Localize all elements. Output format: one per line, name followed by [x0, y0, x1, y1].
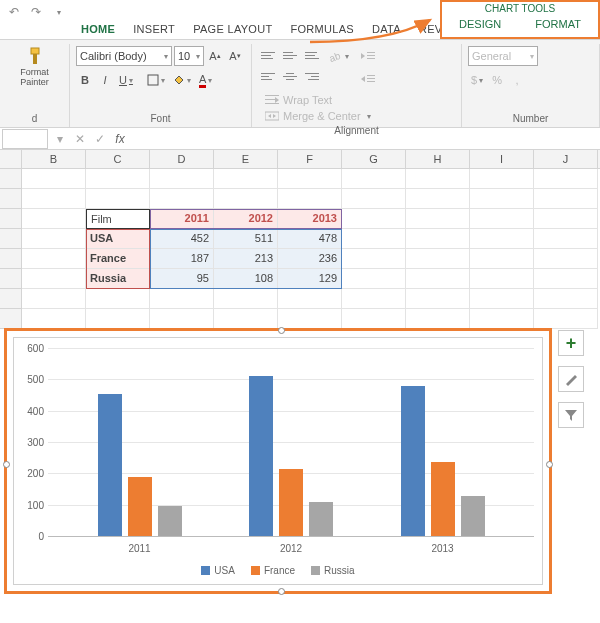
align-middle-button[interactable]: [280, 46, 300, 64]
bar-usa[interactable]: [98, 394, 122, 536]
cell[interactable]: [470, 229, 534, 249]
bold-button[interactable]: B: [76, 70, 94, 90]
cell[interactable]: [22, 269, 86, 289]
cell[interactable]: [342, 289, 406, 309]
cell[interactable]: [534, 289, 598, 309]
cell[interactable]: [406, 309, 470, 329]
cell[interactable]: [406, 289, 470, 309]
bar-usa[interactable]: [401, 386, 425, 536]
cell[interactable]: 2011: [150, 209, 214, 229]
cell[interactable]: [470, 209, 534, 229]
cell[interactable]: [214, 309, 278, 329]
col-header[interactable]: C: [86, 150, 150, 168]
tab-formulas[interactable]: FORMULAS: [281, 17, 363, 39]
font-color-button[interactable]: A: [196, 70, 215, 90]
cell[interactable]: [22, 289, 86, 309]
col-header[interactable]: E: [214, 150, 278, 168]
cell[interactable]: [86, 189, 150, 209]
cell[interactable]: [406, 169, 470, 189]
bar-usa[interactable]: [249, 376, 273, 536]
cell[interactable]: [22, 229, 86, 249]
cell[interactable]: [406, 189, 470, 209]
wrap-text-button[interactable]: Wrap Text: [262, 93, 374, 107]
bar-france[interactable]: [279, 469, 303, 536]
cell[interactable]: [534, 269, 598, 289]
bar-france[interactable]: [128, 477, 152, 536]
legend-item[interactable]: Russia: [311, 565, 355, 576]
cell[interactable]: [470, 269, 534, 289]
font-name-select[interactable]: Calibri (Body)▾: [76, 46, 172, 66]
cell[interactable]: [406, 269, 470, 289]
cell[interactable]: [470, 249, 534, 269]
italic-button[interactable]: I: [96, 70, 114, 90]
row-header[interactable]: [0, 229, 21, 249]
worksheet-grid[interactable]: Film Production201120122013USA452511478F…: [0, 169, 600, 329]
col-header[interactable]: H: [406, 150, 470, 168]
percent-format-button[interactable]: %: [488, 70, 506, 90]
bar-russia[interactable]: [158, 506, 182, 536]
cell[interactable]: 452: [150, 229, 214, 249]
comma-format-button[interactable]: ,: [508, 70, 526, 90]
grow-font-button[interactable]: A▴: [206, 46, 224, 66]
cell[interactable]: [214, 189, 278, 209]
align-bottom-button[interactable]: [302, 46, 322, 64]
cell[interactable]: Film Production: [86, 209, 150, 229]
cell[interactable]: [150, 309, 214, 329]
chart-legend[interactable]: USAFranceRussia: [14, 565, 542, 576]
enter-formula-button[interactable]: ✓: [90, 129, 110, 149]
align-right-button[interactable]: [302, 67, 322, 85]
bar-cluster[interactable]: [231, 376, 351, 536]
cell[interactable]: [342, 269, 406, 289]
cell[interactable]: [22, 209, 86, 229]
undo-button[interactable]: ↶: [6, 4, 22, 20]
merge-center-button[interactable]: Merge & Center: [262, 109, 374, 123]
cell[interactable]: [470, 169, 534, 189]
col-header[interactable]: F: [278, 150, 342, 168]
cell[interactable]: [406, 229, 470, 249]
select-all-corner[interactable]: [0, 150, 22, 168]
col-header[interactable]: D: [150, 150, 214, 168]
cell[interactable]: [534, 309, 598, 329]
tab-chart-format[interactable]: FORMAT: [535, 18, 581, 30]
row-header[interactable]: [0, 189, 21, 209]
cell[interactable]: [86, 169, 150, 189]
cell[interactable]: [342, 169, 406, 189]
cell[interactable]: 511: [214, 229, 278, 249]
cell[interactable]: 2013: [278, 209, 342, 229]
align-center-button[interactable]: [280, 67, 300, 85]
legend-item[interactable]: USA: [201, 565, 235, 576]
orientation-button[interactable]: ab: [326, 46, 352, 66]
align-top-button[interactable]: [258, 46, 278, 64]
cell[interactable]: 129: [278, 269, 342, 289]
cell[interactable]: 478: [278, 229, 342, 249]
cell[interactable]: [22, 169, 86, 189]
legend-item[interactable]: France: [251, 565, 295, 576]
format-painter-button[interactable]: Format Painter: [6, 46, 63, 87]
cell[interactable]: [406, 209, 470, 229]
cell[interactable]: [406, 249, 470, 269]
tab-insert[interactable]: INSERT: [124, 17, 184, 39]
increase-indent-button[interactable]: [358, 69, 378, 89]
row-header[interactable]: [0, 169, 21, 189]
qat-customize[interactable]: [50, 4, 66, 20]
cell[interactable]: [342, 209, 406, 229]
redo-button[interactable]: ↷: [28, 4, 44, 20]
col-header[interactable]: I: [470, 150, 534, 168]
font-size-select[interactable]: 10▾: [174, 46, 204, 66]
chart-area[interactable]: USAFranceRussia 010020030040050060020112…: [13, 337, 543, 585]
col-header[interactable]: G: [342, 150, 406, 168]
row-header[interactable]: [0, 309, 21, 329]
cell[interactable]: France: [86, 249, 150, 269]
embedded-chart[interactable]: USAFranceRussia 010020030040050060020112…: [4, 328, 552, 594]
number-format-select[interactable]: General▾: [468, 46, 538, 66]
cell[interactable]: [86, 289, 150, 309]
cell[interactable]: [342, 189, 406, 209]
chart-styles-button[interactable]: [558, 366, 584, 392]
chart-filters-button[interactable]: [558, 402, 584, 428]
cell[interactable]: 2012: [214, 209, 278, 229]
cell[interactable]: [470, 189, 534, 209]
cell[interactable]: [214, 169, 278, 189]
bar-russia[interactable]: [309, 502, 333, 536]
cell[interactable]: [22, 309, 86, 329]
cell[interactable]: 187: [150, 249, 214, 269]
